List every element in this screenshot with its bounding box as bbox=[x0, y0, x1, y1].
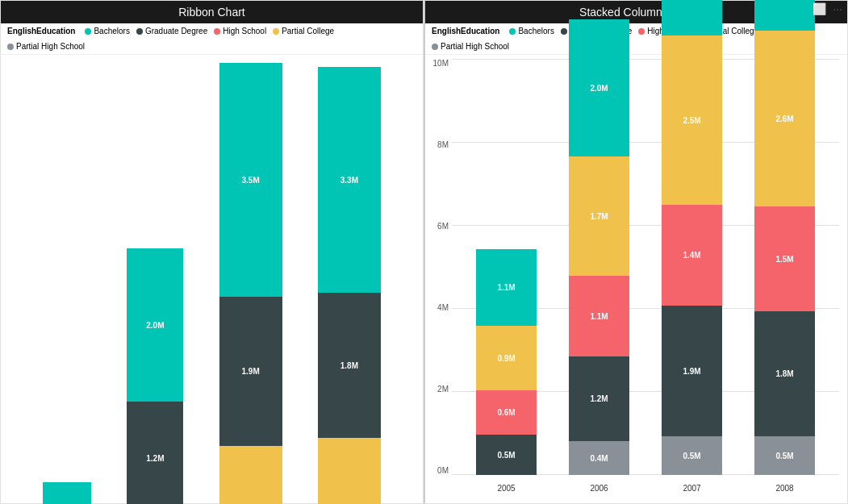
maximize-icon[interactable]: ⬜ bbox=[812, 2, 826, 15]
ribbon-legend-partialcollege: Partial College bbox=[273, 27, 334, 35]
ribbon-legend-highschool: High School bbox=[214, 27, 266, 35]
bachelors-label: Bachelors bbox=[94, 27, 129, 35]
partialcollege-dot bbox=[273, 28, 279, 35]
s-seg-2005-highschool: 0.6M bbox=[476, 390, 537, 435]
stacked-bars-area: 0.5M 0.6M 0.9M 1.1M 2005 0.4M 1.2M 1.1M … bbox=[452, 59, 839, 475]
seg-2006-bachelors: 2.0M bbox=[127, 248, 183, 402]
s-seg-2008-highschool: 1.5M bbox=[754, 206, 815, 311]
y-2m: 2M bbox=[437, 385, 449, 394]
stacked-bar-2006: 0.4M 1.2M 1.1M 1.7M 2.0M 2006 bbox=[569, 19, 629, 475]
highschool-dot bbox=[214, 28, 220, 35]
stacked-bar-2007: 0.5M 1.9M 1.4M 2.5M 3.5M 2007 bbox=[662, 0, 722, 475]
s-seg-2005-partialcollege: 0.9M bbox=[476, 326, 537, 390]
stacked-chart-panel: ⬜ ··· Stacked Column Chart EnglishEducat… bbox=[424, 0, 848, 504]
stacked-chart-body: 0M 2M 4M 6M 8M 10M 0.5M 0 bbox=[425, 55, 847, 503]
seg-2006-graduate: 1.2M bbox=[127, 402, 183, 504]
ribbon-chart-title: Ribbon Chart bbox=[1, 1, 423, 23]
graduate-label: Graduate Degree bbox=[145, 27, 207, 35]
s-year-label-2007: 2007 bbox=[683, 484, 700, 493]
s-seg-2006-partialhigh: 0.4M bbox=[569, 441, 629, 475]
ribbon-legend-bachelors: Bachelors bbox=[85, 27, 129, 35]
s-year-label-2006: 2006 bbox=[590, 484, 608, 493]
ribbon-bars-area: 0.5M 0.6M 0.9M 1.1M 2005 0.4M 1.1M 1.7M … bbox=[1, 55, 423, 504]
partialhigh-dot bbox=[7, 44, 14, 50]
stacked-bars-container: 0.5M 0.6M 0.9M 1.1M 2005 0.4M 1.2M 1.1M … bbox=[452, 59, 839, 475]
stacked-bar-2008: 0.5M 1.8M 1.5M 2.6M 3.3M 2008 bbox=[754, 0, 815, 475]
s-bachelors-label: Bachelors bbox=[518, 27, 553, 35]
y-6m: 6M bbox=[437, 222, 449, 231]
s-seg-2006-graduate: 1.2M bbox=[569, 356, 629, 441]
seg-2007-bachelors: 3.5M bbox=[219, 63, 282, 297]
bachelors-dot bbox=[85, 28, 91, 35]
s-seg-2006-partialcollege: 1.7M bbox=[569, 156, 629, 276]
stacked-legend-partialhigh: Partial High School bbox=[432, 42, 509, 51]
seg-2008-partialcollege: 2.6M bbox=[318, 438, 381, 504]
s-partialhigh-dot bbox=[432, 44, 438, 50]
s-seg-2007-bachelors: 3.5M bbox=[662, 0, 722, 35]
s-seg-2007-highschool: 1.4M bbox=[662, 205, 722, 306]
s-partialhigh-label: Partial High School bbox=[441, 42, 509, 51]
seg-2005-bachelors: 1.1M bbox=[43, 482, 91, 504]
s-graduate-dot bbox=[561, 28, 567, 35]
ribbon-legend-graduate: Graduate Degree bbox=[136, 27, 207, 35]
partialhigh-label: Partial High School bbox=[16, 42, 85, 51]
s-seg-2006-highschool: 1.1M bbox=[569, 276, 629, 356]
y-axis: 0M 2M 4M 6M 8M 10M bbox=[429, 59, 452, 475]
ribbon-legend-partialhigh: Partial High School bbox=[7, 42, 85, 51]
stacked-legend-field-label: EnglishEducation bbox=[432, 27, 499, 35]
s-seg-2008-graduate: 1.8M bbox=[754, 311, 815, 436]
ribbon-bar-2005: 0.5M 0.6M 0.9M 1.1M 2005 bbox=[43, 482, 91, 504]
ribbon-chart-panel: Ribbon Chart EnglishEducation Bachelors … bbox=[0, 0, 424, 504]
seg-2007-partialcollege: 2.5M bbox=[219, 446, 282, 504]
seg-2008-graduate: 1.8M bbox=[318, 293, 381, 438]
highschool-label: High School bbox=[223, 27, 266, 35]
s-seg-2008-bachelors: 3.3M bbox=[754, 0, 815, 31]
graduate-dot bbox=[136, 28, 143, 35]
s-seg-2007-graduate: 1.9M bbox=[662, 306, 722, 436]
s-highschool-dot bbox=[638, 28, 645, 35]
panel-actions: ⬜ ··· bbox=[812, 2, 842, 15]
ribbon-bar-2008: 0.5M 1.5M 2.6M 1.8M 3.3M 2008 bbox=[318, 67, 381, 504]
s-year-label-2005: 2005 bbox=[497, 484, 515, 493]
s-seg-2007-partialhigh: 0.5M bbox=[662, 436, 722, 475]
s-seg-2006-bachelors: 2.0M bbox=[569, 19, 629, 156]
s-seg-2008-partialhigh: 0.5M bbox=[754, 436, 815, 475]
partialcollege-label: Partial College bbox=[282, 27, 334, 35]
ribbon-bar-2007: 0.5M 1.4M 2.5M 1.9M 3.5M 2007 bbox=[219, 63, 282, 504]
ribbon-bar-2006: 0.4M 1.1M 1.7M 1.2M 2.0M 2006 bbox=[127, 248, 183, 504]
s-seg-2007-partialcollege: 2.5M bbox=[662, 35, 722, 205]
y-8m: 8M bbox=[437, 140, 449, 149]
s-seg-2008-partialcollege: 2.6M bbox=[754, 31, 815, 206]
seg-2008-bachelors: 3.3M bbox=[318, 67, 381, 293]
ribbon-legend: EnglishEducation Bachelors Graduate Degr… bbox=[1, 23, 423, 55]
y-0m: 0M bbox=[437, 466, 449, 475]
ribbon-legend-field-label: EnglishEducation bbox=[7, 27, 75, 35]
s-seg-2005-bachelors: 1.1M bbox=[476, 249, 537, 326]
s-seg-2005-graduate: 0.5M bbox=[476, 435, 537, 475]
s-year-label-2008: 2008 bbox=[775, 484, 793, 493]
s-bachelors-dot bbox=[509, 28, 516, 35]
seg-2007-graduate: 1.9M bbox=[219, 297, 282, 446]
more-options-icon[interactable]: ··· bbox=[833, 2, 842, 15]
y-4m: 4M bbox=[437, 303, 449, 312]
y-10m: 10M bbox=[433, 59, 449, 68]
stacked-bar-2005: 0.5M 0.6M 0.9M 1.1M 2005 bbox=[476, 249, 537, 475]
stacked-legend-bachelors: Bachelors bbox=[509, 27, 553, 35]
